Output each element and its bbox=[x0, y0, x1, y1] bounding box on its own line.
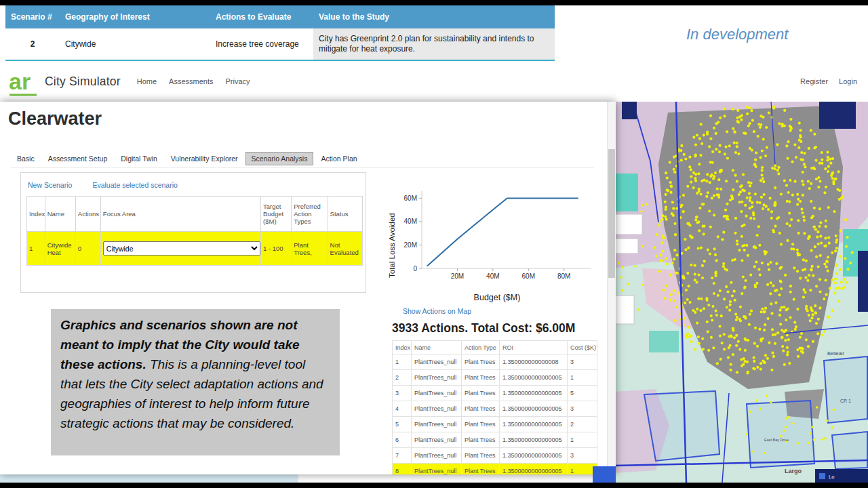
acol-action-type: Action Type bbox=[462, 341, 500, 354]
evaluate-scenario-link[interactable]: Evaluate selected scenario bbox=[92, 181, 178, 189]
svg-text:ar: ar bbox=[9, 68, 31, 94]
actions-table-row[interactable]: 4PlantTrees_nullPlant Trees1.35000000000… bbox=[393, 401, 597, 417]
tab-vulnerability-explorer[interactable]: Vulnerability Explorer bbox=[165, 152, 244, 165]
scenario-table-header: Index Name Actions Focus Area Target Bud… bbox=[27, 197, 363, 232]
cell-cost: 3 bbox=[568, 448, 597, 464]
nav-login[interactable]: Login bbox=[839, 77, 857, 85]
actions-table-row[interactable]: 7PlantTrees_nullPlant Trees1.35000000000… bbox=[393, 448, 597, 464]
navbar: ar City Simulator Home Assessments Priva… bbox=[0, 61, 868, 102]
card-scrollbar[interactable] bbox=[607, 102, 616, 474]
nav-home[interactable]: Home bbox=[137, 77, 157, 85]
brief-col-scenario: Scenario # bbox=[5, 5, 60, 28]
scenario-panel: New Scenario Evaluate selected scenario … bbox=[20, 172, 366, 293]
cell-cost: 5 bbox=[568, 386, 597, 401]
map-panel[interactable]: BelleairCR 1East Bay DriveLargo Lo bbox=[614, 102, 868, 483]
top-band: Scenario # Geography of Interest Actions… bbox=[0, 5, 868, 61]
cell-action_type: Plant Trees bbox=[462, 354, 500, 370]
col-index: Index bbox=[27, 197, 45, 232]
cell-roi: 1.3500000000000005 bbox=[500, 417, 568, 432]
tab-digital-twin[interactable]: Digital Twin bbox=[115, 152, 163, 165]
nav-privacy[interactable]: Privacy bbox=[225, 77, 250, 85]
cell-index: 6 bbox=[393, 432, 412, 448]
cell-cost: 3 bbox=[568, 354, 597, 370]
tab-action-plan[interactable]: Action Plan bbox=[315, 152, 363, 165]
scenario-brief-table: Scenario # Geography of Interest Actions… bbox=[5, 5, 555, 62]
acol-name: Name bbox=[412, 341, 462, 354]
cell-action_type: Plant Trees bbox=[462, 386, 500, 401]
cell-cost: 1 bbox=[568, 370, 597, 386]
letterbox-top bbox=[0, 0, 868, 5]
map-legend-text: Lo bbox=[829, 474, 834, 480]
show-actions-on-map-link[interactable]: Show Actions on Map bbox=[403, 307, 471, 315]
actions-table: Index Name Action Type ROI Cost ($K) 1Pl… bbox=[392, 340, 597, 474]
acol-roi: ROI bbox=[500, 341, 568, 354]
brief-col-value: Value to the Study bbox=[313, 5, 555, 28]
chart-y-axis-label: Total Loss Avoided bbox=[388, 191, 398, 300]
map[interactable]: BelleairCR 1East Bay DriveLargo Lo bbox=[614, 102, 868, 483]
tab-basic[interactable]: Basic bbox=[11, 152, 41, 165]
svg-text:20M: 20M bbox=[451, 272, 464, 280]
cell-name: Citywide Heat bbox=[45, 232, 75, 266]
cell-cost: 1 bbox=[568, 432, 597, 448]
cell-index: 1 bbox=[27, 232, 45, 266]
cell-action_type: Plant Trees bbox=[462, 401, 500, 417]
actions-table-header: Index Name Action Type ROI Cost ($K) bbox=[393, 341, 597, 354]
logo-icon: ar bbox=[7, 65, 39, 98]
actions-table-row[interactable]: 6PlantTrees_nullPlant Trees1.35000000000… bbox=[393, 432, 597, 448]
cell-name: PlantTrees_null bbox=[412, 370, 462, 386]
svg-text:40M: 40M bbox=[404, 218, 417, 225]
cell-roi: 1.350000000000008 bbox=[500, 354, 568, 370]
cell-status: Not Evaluated bbox=[328, 232, 362, 266]
app-logo[interactable]: ar bbox=[7, 65, 39, 98]
actions-table-body: 1PlantTrees_nullPlant Trees1.35000000000… bbox=[393, 354, 597, 475]
cell-action_type: Plant Trees bbox=[462, 417, 500, 432]
cell-action_type: Plant Trees bbox=[462, 448, 500, 464]
app-title: City Simulator bbox=[45, 75, 121, 89]
cell-cost: 2 bbox=[568, 417, 597, 432]
actions-table-row[interactable]: 5PlantTrees_nullPlant Trees1.35000000000… bbox=[393, 417, 597, 432]
col-name: Name bbox=[45, 197, 75, 232]
nav-assessments[interactable]: Assessments bbox=[169, 77, 213, 85]
cell-index: 5 bbox=[393, 417, 412, 432]
cell-preferred-action-types: Plant Trees, bbox=[292, 232, 328, 266]
cell-index: 7 bbox=[393, 448, 412, 464]
cell-name: PlantTrees_null bbox=[412, 386, 462, 401]
page-title: Clearwater bbox=[8, 108, 102, 129]
actions-table-row[interactable]: 3PlantTrees_nullPlant Trees1.35000000000… bbox=[393, 386, 597, 401]
cell-roi: 1.3500000000000005 bbox=[500, 401, 568, 417]
svg-text:60M: 60M bbox=[522, 272, 535, 280]
scenario-table: Index Name Actions Focus Area Target Bud… bbox=[26, 196, 363, 266]
actions-table-row[interactable]: 8PlantTrees_nullPlant Trees1.35000000000… bbox=[393, 464, 597, 475]
svg-text:40M: 40M bbox=[486, 272, 499, 280]
actions-table-row[interactable]: 1PlantTrees_nullPlant Trees1.35000000000… bbox=[393, 354, 597, 370]
cell-roi: 1.3500000000000005 bbox=[500, 448, 568, 464]
actions-table-row[interactable]: 2PlantTrees_nullPlant Trees1.35000000000… bbox=[393, 370, 597, 386]
nav-register[interactable]: Register bbox=[800, 77, 828, 85]
cell-target-budget: 1 - 100 bbox=[261, 232, 292, 266]
scenario-row[interactable]: 1 Citywide Heat 0 Citywide 1 - 100 Plant… bbox=[27, 232, 363, 266]
svg-text:60M: 60M bbox=[404, 195, 417, 202]
cell-name: PlantTrees_null bbox=[412, 401, 462, 417]
col-preferred-action-types: Preferred Action Types bbox=[292, 197, 328, 232]
col-focus-area: Focus Area bbox=[100, 197, 260, 232]
tab-assessment-setup[interactable]: Assessment Setup bbox=[42, 152, 114, 165]
focus-area-select[interactable]: Citywide bbox=[103, 241, 260, 256]
cell-action_type: Plant Trees bbox=[462, 464, 500, 475]
map-legend: Lo bbox=[815, 469, 868, 483]
brief-scenario-number: 2 bbox=[5, 28, 60, 60]
cell-index: 8 bbox=[393, 464, 412, 475]
cell-action_type: Plant Trees bbox=[462, 432, 500, 448]
cell-cost: 3 bbox=[568, 401, 597, 417]
col-actions: Actions bbox=[75, 197, 100, 232]
chart-x-axis-label: Budget ($M) bbox=[399, 293, 595, 302]
cell-name: PlantTrees_null bbox=[412, 448, 462, 464]
cell-roi: 1.3500000000000005 bbox=[500, 386, 568, 401]
legend-swatch-icon bbox=[819, 473, 825, 479]
tab-scenario-analysis[interactable]: Scenario Analysis bbox=[245, 152, 314, 165]
card-scrollbar-thumb[interactable] bbox=[608, 149, 615, 278]
cell-index: 2 bbox=[393, 370, 412, 386]
new-scenario-link[interactable]: New Scenario bbox=[28, 181, 72, 189]
brief-action: Increase tree coverage bbox=[210, 28, 313, 60]
svg-text:East Bay Drive: East Bay Drive bbox=[764, 438, 789, 442]
brief-col-actions: Actions to Evaluate bbox=[210, 5, 313, 28]
